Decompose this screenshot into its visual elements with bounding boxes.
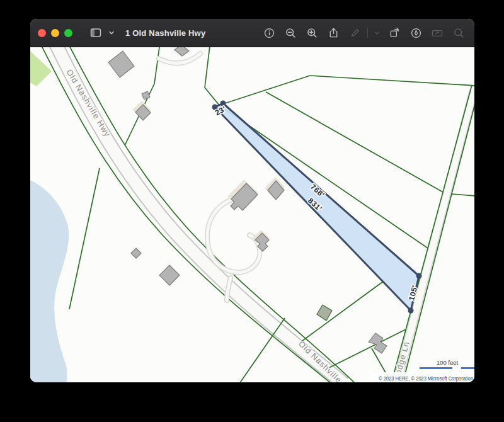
- map-attribution: © 2023 HERE, © 2023 Microsoft Corporatio…: [379, 375, 473, 382]
- annotate-pen-button[interactable]: [406, 24, 425, 42]
- scale-bar-label: 100 feet: [437, 359, 459, 366]
- minimize-button[interactable]: [51, 29, 59, 37]
- close-button[interactable]: [38, 29, 46, 37]
- share-button[interactable]: [324, 24, 343, 42]
- building: [142, 91, 150, 100]
- building: [369, 333, 387, 353]
- pencil-icon: [349, 27, 361, 39]
- zoom-in-icon: [306, 27, 318, 39]
- search-button[interactable]: [449, 24, 468, 42]
- building: [159, 265, 180, 285]
- sidebar-icon: [89, 26, 102, 39]
- building: [175, 47, 189, 56]
- building-green-outline: [317, 305, 332, 321]
- share-icon: [328, 27, 340, 39]
- toolbar-divider: [367, 28, 368, 38]
- search-icon: [453, 27, 465, 39]
- water-pond: [30, 180, 69, 382]
- zoom-window-button[interactable]: [64, 29, 72, 37]
- info-button[interactable]: [260, 24, 278, 42]
- map-container: 23' 768' 831' 105' Old Nashville Hwy Old…: [30, 47, 474, 382]
- greenspace-patch: [30, 51, 52, 86]
- building: [131, 248, 141, 258]
- markup-toolbar-button[interactable]: [428, 24, 447, 42]
- sidebar-chevron-button[interactable]: [106, 24, 117, 42]
- preview-window: 1 Old Nashville Hwy: [30, 19, 474, 382]
- rotate-icon: [389, 27, 401, 39]
- zoom-in-button[interactable]: [302, 24, 321, 42]
- titlebar: 1 Old Nashville Hwy: [30, 19, 474, 47]
- markup-toolbar-icon: [431, 27, 444, 39]
- scale-bar: [420, 367, 474, 369]
- chevron-down-icon: [108, 29, 115, 37]
- road-lodge-ln: [397, 90, 474, 382]
- map-canvas[interactable]: 23' 768' 831' 105' Old Nashville Hwy Old…: [30, 47, 474, 382]
- rotate-button[interactable]: [385, 24, 404, 42]
- pen-nib-circle-icon: [410, 27, 422, 39]
- zoom-out-button[interactable]: [281, 24, 300, 42]
- traffic-lights: [38, 29, 72, 37]
- building: [231, 183, 258, 210]
- zoom-out-icon: [285, 27, 297, 39]
- markup-options-button[interactable]: [371, 24, 382, 42]
- chevron-down-icon: [374, 30, 381, 37]
- info-icon: [263, 27, 275, 39]
- markup-pencil-button[interactable]: [345, 24, 364, 42]
- sidebar-toggle-button[interactable]: [86, 24, 105, 42]
- toolbar: [260, 24, 468, 42]
- building: [108, 51, 134, 77]
- window-title: 1 Old Nashville Hwy: [125, 28, 205, 38]
